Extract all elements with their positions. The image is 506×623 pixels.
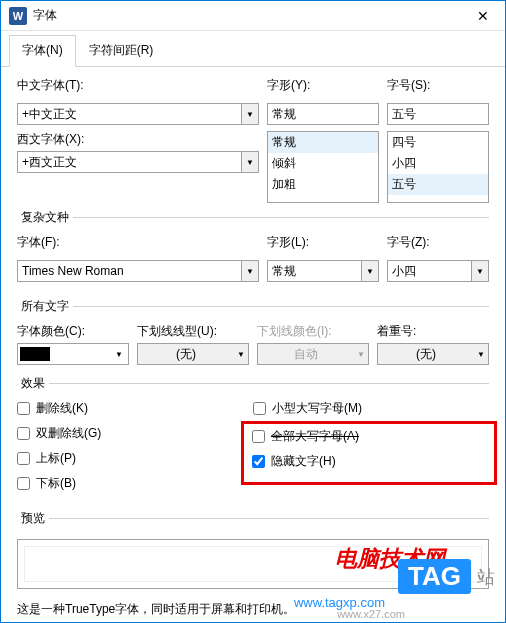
list-item[interactable]: 常规 <box>268 132 378 153</box>
effects-legend: 效果 <box>17 375 49 392</box>
superscript-checkbox[interactable]: 上标(P) <box>17 450 253 467</box>
complex-size-input[interactable] <box>387 260 471 282</box>
double-strikethrough-checkbox[interactable]: 双删除线(G) <box>17 425 253 442</box>
cn-font-dropdown[interactable]: ▼ <box>241 103 259 125</box>
list-item[interactable]: 五号 <box>388 174 488 195</box>
list-item[interactable]: 加粗 <box>268 174 378 195</box>
en-font-input[interactable] <box>17 151 241 173</box>
chevron-down-icon: ▼ <box>112 350 126 359</box>
en-font-label: 西文字体(X): <box>17 131 259 148</box>
font-color-label: 字体颜色(C): <box>17 323 129 340</box>
emphasis-button[interactable]: (无)▼ <box>377 343 489 365</box>
tab-font[interactable]: 字体(N) <box>9 35 76 67</box>
hidden-checkbox[interactable]: 隐藏文字(H) <box>252 453 486 470</box>
complex-font-label: 字体(F): <box>17 234 259 251</box>
strikethrough-checkbox[interactable]: 删除线(K) <box>17 400 253 417</box>
complex-font-dropdown[interactable]: ▼ <box>241 260 259 282</box>
alltext-legend: 所有文字 <box>17 298 73 315</box>
underline-style-label: 下划线线型(U): <box>137 323 249 340</box>
complex-size-label: 字号(Z): <box>387 234 489 251</box>
underline-color-button: 自动▼ <box>257 343 369 365</box>
app-icon: W <box>9 7 27 25</box>
complex-size-dropdown[interactable]: ▼ <box>471 260 489 282</box>
list-item[interactable]: 四号 <box>388 132 488 153</box>
preview-legend: 预览 <box>17 510 49 527</box>
list-item[interactable]: 小四 <box>388 153 488 174</box>
style-label: 字形(Y): <box>267 77 379 94</box>
tab-spacing[interactable]: 字符间距(R) <box>76 35 167 66</box>
complex-style-dropdown[interactable]: ▼ <box>361 260 379 282</box>
list-item[interactable]: 倾斜 <box>268 153 378 174</box>
complex-style-label: 字形(L): <box>267 234 379 251</box>
size-input[interactable] <box>387 103 489 125</box>
font-color-button[interactable]: ▼ <box>17 343 129 365</box>
complex-style-input[interactable] <box>267 260 361 282</box>
style-input[interactable] <box>267 103 379 125</box>
allcaps-checkbox[interactable]: 全部大写字母(A) <box>252 428 486 445</box>
font-description: 这是一种TrueType字体，同时适用于屏幕和打印机。 <box>17 601 489 618</box>
cn-font-input[interactable] <box>17 103 241 125</box>
complex-font-input[interactable] <box>17 260 241 282</box>
complex-legend: 复杂文种 <box>17 209 73 226</box>
preview-box <box>17 539 489 589</box>
chevron-down-icon: ▼ <box>354 350 368 359</box>
chevron-down-icon: ▼ <box>474 350 488 359</box>
underline-style-button[interactable]: (无)▼ <box>137 343 249 365</box>
subscript-checkbox[interactable]: 下标(B) <box>17 475 253 492</box>
size-label: 字号(S): <box>387 77 489 94</box>
underline-color-label: 下划线颜色(I): <box>257 323 369 340</box>
color-swatch <box>20 347 50 361</box>
emphasis-label: 着重号: <box>377 323 489 340</box>
window-title: 字体 <box>33 7 469 24</box>
smallcaps-checkbox[interactable]: 小型大写字母(M) <box>253 400 489 417</box>
chevron-down-icon: ▼ <box>234 350 248 359</box>
cn-font-label: 中文字体(T): <box>17 77 259 94</box>
style-listbox[interactable]: 常规 倾斜 加粗 <box>267 131 379 203</box>
size-listbox[interactable]: 四号 小四 五号 <box>387 131 489 203</box>
close-button[interactable]: ✕ <box>469 4 497 28</box>
en-font-dropdown[interactable]: ▼ <box>241 151 259 173</box>
